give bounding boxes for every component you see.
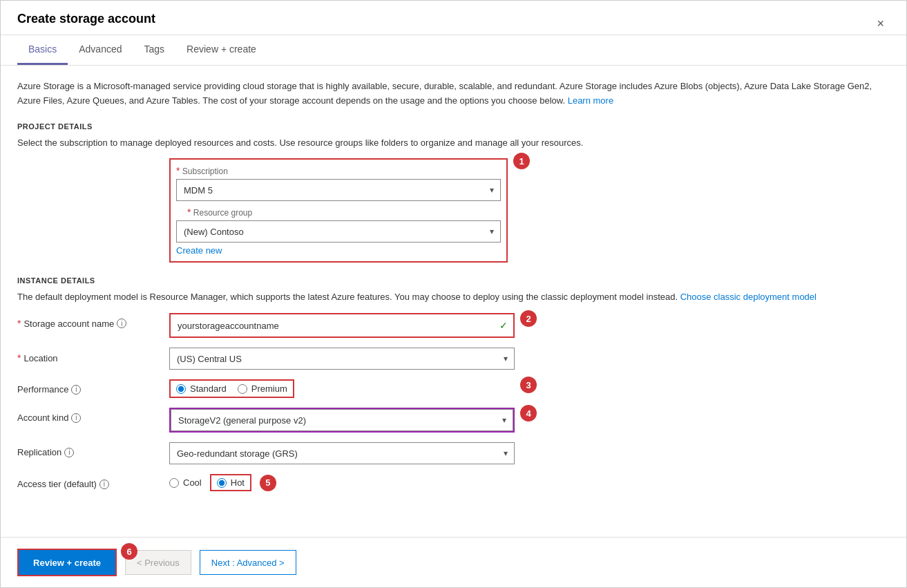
footer: Review + create 6 < Previous Next : Adva…	[1, 537, 906, 587]
access-tier-control: Cool Hot 5	[169, 474, 515, 491]
review-create-button[interactable]: Review + create	[19, 550, 115, 575]
subscription-inline-label: * Subscription	[176, 165, 501, 176]
resource-group-inline-label: * Resource group	[176, 207, 501, 218]
replication-select[interactable]: Geo-redundant storage (GRS)	[169, 442, 515, 464]
tab-bar: Basics Advanced Tags Review + create	[1, 35, 906, 66]
access-tier-info-icon[interactable]: i	[99, 480, 109, 489]
storage-account-name-input[interactable]	[171, 314, 513, 336]
learn-more-link[interactable]: Learn more	[568, 95, 613, 106]
performance-control: Standard Premium 3	[169, 379, 515, 398]
replication-label: Replication i	[17, 442, 169, 457]
create-storage-dialog: Create storage account × Basics Advanced…	[0, 0, 907, 588]
access-hot-option[interactable]: Hot	[217, 477, 245, 488]
project-details-header: PROJECT DETAILS	[17, 122, 890, 131]
performance-standard-option[interactable]: Standard	[176, 383, 227, 394]
project-details-box: * Subscription MDM 5 * Reso	[169, 158, 508, 263]
performance-label: Performance i	[17, 379, 169, 395]
performance-options-box: Standard Premium	[169, 379, 294, 398]
access-cool-radio[interactable]	[169, 478, 179, 488]
performance-premium-option[interactable]: Premium	[238, 383, 287, 394]
storage-account-name-row: * Storage account name i ✓ 2	[17, 313, 890, 338]
location-row: * Location (US) Central US	[17, 348, 890, 370]
resource-group-select-wrapper: (New) Contoso	[176, 220, 501, 243]
account-kind-label: Account kind i	[17, 408, 169, 423]
access-cool-option[interactable]: Cool	[169, 477, 202, 488]
access-tier-label: Access tier (default) i	[17, 474, 169, 489]
access-hot-radio[interactable]	[217, 478, 227, 488]
performance-row: Performance i Standard Premium 3	[17, 379, 890, 398]
annotation-badge-6: 6	[121, 543, 137, 560]
location-control: (US) Central US	[169, 348, 515, 370]
project-details-description: Select the subscription to manage deploy…	[17, 136, 890, 151]
subscription-select[interactable]: MDM 5	[176, 179, 501, 201]
resource-group-select[interactable]: (New) Contoso	[176, 220, 501, 243]
tab-tags[interactable]: Tags	[133, 35, 176, 65]
dialog-header: Create storage account ×	[1, 1, 906, 35]
performance-premium-radio[interactable]	[238, 384, 247, 394]
storage-account-name-control: ✓ 2	[169, 313, 515, 338]
valid-check-icon: ✓	[499, 320, 508, 331]
resource-group-row: * Resource group (New) Contoso Create ne…	[176, 207, 501, 256]
account-kind-select[interactable]: StorageV2 (general purpose v2)	[171, 409, 513, 431]
annotation-badge-2: 2	[520, 310, 537, 327]
annotation-badge-1: 1	[513, 153, 530, 169]
storage-name-info-icon[interactable]: i	[117, 319, 126, 328]
annotation-badge-4: 4	[520, 405, 537, 421]
tab-advanced[interactable]: Advanced	[68, 35, 133, 65]
main-content: Azure Storage is a Microsoft-managed ser…	[1, 66, 906, 537]
annotation-badge-5: 5	[260, 475, 276, 491]
account-kind-control: StorageV2 (general purpose v2) 4	[169, 408, 515, 433]
close-button[interactable]: ×	[871, 15, 890, 32]
performance-info-icon[interactable]: i	[71, 385, 81, 395]
review-create-box: Review + create 6	[17, 549, 117, 576]
tab-basics[interactable]: Basics	[17, 35, 68, 65]
classic-deployment-link[interactable]: Choose classic deployment model	[680, 292, 817, 302]
tab-review-create[interactable]: Review + create	[175, 35, 267, 65]
replication-control: Geo-redundant storage (GRS)	[169, 442, 515, 464]
hot-option-box: Hot	[210, 474, 251, 491]
next-button[interactable]: Next : Advanced >	[200, 550, 296, 575]
account-kind-info-icon[interactable]: i	[71, 413, 81, 423]
account-kind-row: Account kind i StorageV2 (general purpos…	[17, 408, 890, 433]
annotation-badge-3: 3	[520, 377, 537, 393]
dialog-title: Create storage account	[17, 12, 155, 35]
intro-description: Azure Storage is a Microsoft-managed ser…	[17, 79, 890, 108]
storage-account-name-label: * Storage account name i	[17, 313, 169, 329]
instance-details-header: INSTANCE DETAILS	[17, 276, 890, 285]
replication-row: Replication i Geo-redundant storage (GRS…	[17, 442, 890, 464]
location-label: * Location	[17, 348, 169, 363]
location-select[interactable]: (US) Central US	[169, 348, 515, 370]
access-tier-row: Access tier (default) i Cool Hot 5	[17, 474, 890, 491]
performance-standard-radio[interactable]	[176, 384, 186, 394]
instance-details-description: The default deployment model is Resource…	[17, 290, 890, 305]
access-tier-options: Cool Hot 5	[169, 474, 276, 491]
subscription-select-wrapper: MDM 5	[176, 179, 501, 201]
subscription-row: * Subscription MDM 5	[176, 165, 501, 201]
replication-info-icon[interactable]: i	[64, 448, 74, 457]
create-new-link[interactable]: Create new	[176, 245, 501, 256]
